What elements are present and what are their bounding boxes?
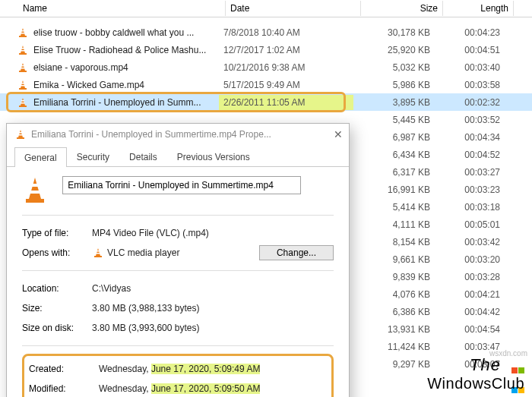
table-row[interactable]: elsiane - vaporous.mp4 10/21/2016 9:38 A… [0, 58, 532, 76]
svg-rect-22 [19, 132, 22, 134]
windows-logo-icon [509, 358, 524, 373]
file-size: 5,414 KB [353, 200, 435, 215]
file-name: Elise Truow - Radiohead & Police Mashu..… [33, 45, 206, 55]
svg-marker-0 [21, 28, 25, 36]
file-length: 00:03:52 [435, 112, 505, 128]
value-type: MP4 Video File (VLC) (.mp4) [92, 228, 209, 238]
svg-rect-14 [21, 83, 24, 84]
column-header-size[interactable]: Size [361, 1, 443, 16]
file-length: 00:04:23 [435, 25, 505, 40]
svg-rect-10 [21, 65, 24, 67]
vlc-cone-icon [17, 96, 29, 109]
list-header: Name Date Size Length [0, 0, 532, 17]
table-row-selected[interactable]: Emiliana Torrini - Unemployed in Summ...… [0, 93, 532, 111]
file-size: 4,076 KB [353, 287, 435, 302]
file-length: 00:05:01 [435, 217, 505, 232]
file-length: 00:03:27 [435, 165, 505, 180]
svg-rect-2 [21, 30, 24, 32]
file-date: 7/8/2018 10:40 AM [219, 25, 353, 40]
file-size: 8,154 KB [353, 235, 435, 250]
file-size: 16,991 KB [353, 182, 435, 197]
file-size: 6,987 KB [353, 130, 435, 145]
file-length: 00:03:20 [435, 252, 505, 267]
vlc-cone-icon [22, 176, 48, 207]
label-created: Created: [29, 364, 99, 374]
file-size: 3,895 KB [353, 95, 435, 110]
svg-rect-17 [19, 106, 27, 107]
label-location: Location: [22, 283, 92, 294]
file-length: 00:03:23 [435, 182, 505, 197]
svg-marker-8 [21, 63, 25, 71]
file-length: 00:02:32 [435, 95, 505, 110]
file-size: 11,424 KB [353, 339, 435, 354]
file-size: 9,297 KB [353, 357, 435, 372]
table-row[interactable]: Elise Truow - Radiohead & Police Mashu..… [0, 41, 532, 58]
svg-rect-6 [21, 48, 24, 49]
label-type: Type of file: [22, 228, 92, 238]
file-length: 00:03:42 [435, 235, 505, 250]
file-length: 00:03:58 [435, 77, 505, 93]
close-icon[interactable]: ✕ [334, 128, 343, 140]
file-size: 5,445 KB [353, 112, 435, 128]
tab-details[interactable]: Details [119, 147, 167, 166]
properties-dialog: Emiliana Torrini - Unemployed in Summert… [6, 123, 350, 397]
svg-rect-31 [96, 253, 100, 254]
value-modified: Wednesday, June 17, 2020, 5:09:50 AM [99, 383, 260, 394]
file-size: 9,839 KB [353, 269, 435, 285]
tab-general[interactable]: General [14, 147, 67, 167]
change-button[interactable]: Change... [259, 245, 334, 260]
table-row[interactable] [0, 17, 532, 24]
column-header-date[interactable]: Date [226, 1, 361, 16]
value-location: C:\Vidyas [92, 283, 131, 294]
tab-previous-versions[interactable]: Previous Versions [167, 147, 260, 166]
file-date: 12/7/2017 1:02 AM [219, 43, 353, 58]
label-opens-with: Opens with: [22, 247, 92, 258]
label-size-on-disk: Size on disk: [22, 323, 92, 333]
vlc-cone-icon [17, 79, 29, 91]
file-size: 25,920 KB [353, 43, 435, 58]
svg-marker-4 [21, 46, 25, 53]
svg-marker-28 [96, 248, 100, 256]
vlc-cone-icon [92, 247, 104, 259]
svg-rect-25 [26, 199, 44, 203]
svg-rect-1 [19, 36, 27, 37]
filename-input[interactable] [62, 176, 301, 194]
file-size: 5,986 KB [353, 77, 435, 93]
value-size-on-disk: 3.80 MB (3,993,600 bytes) [92, 323, 199, 333]
file-size: 4,111 KB [353, 217, 435, 232]
file-size: 6,386 KB [353, 304, 435, 320]
svg-rect-30 [97, 250, 100, 252]
file-date: 2/26/2011 11:05 AM [219, 95, 353, 110]
table-row[interactable]: elise truow - bobby caldwell what you ..… [0, 24, 532, 41]
value-size: 3.80 MB (3,988,133 bytes) [92, 303, 199, 314]
dialog-title-text: Emiliana Torrini - Unemployed in Summert… [31, 129, 271, 140]
svg-marker-24 [29, 178, 41, 199]
vlc-cone-icon [17, 27, 29, 39]
svg-rect-21 [17, 137, 24, 139]
tab-general-body: Type of file:MP4 Video File (VLC) (.mp4)… [7, 167, 349, 397]
file-name: Emika - Wicked Game.mp4 [33, 80, 144, 90]
svg-rect-11 [21, 68, 25, 69]
svg-rect-29 [94, 256, 102, 257]
vlc-cone-icon [17, 44, 29, 56]
column-header-name[interactable]: Name [0, 1, 226, 16]
file-length: 00:04:52 [435, 147, 505, 162]
label-modified: Modified: [29, 383, 99, 394]
vlc-cone-icon [14, 128, 27, 140]
file-size: 6,317 KB [353, 165, 435, 180]
vlc-cone-icon [17, 61, 29, 74]
file-length: 00:03:18 [435, 200, 505, 215]
file-length: 00:04:42 [435, 304, 505, 320]
svg-rect-9 [19, 71, 27, 72]
dialog-titlebar[interactable]: Emiliana Torrini - Unemployed in Summert… [7, 124, 349, 145]
file-length: 00:04:21 [435, 287, 505, 302]
file-date: 10/21/2016 9:38 AM [219, 60, 353, 75]
column-header-length[interactable]: Length [443, 1, 514, 16]
file-length: 00:04:51 [435, 43, 505, 58]
table-row[interactable]: Emika - Wicked Game.mp4 5/17/2015 9:49 A… [0, 76, 532, 93]
tab-security[interactable]: Security [67, 147, 119, 166]
file-length: 00:03:28 [435, 269, 505, 285]
file-name: elsiane - vaporous.mp4 [33, 62, 128, 73]
svg-rect-5 [19, 53, 27, 55]
label-size: Size: [22, 303, 92, 314]
